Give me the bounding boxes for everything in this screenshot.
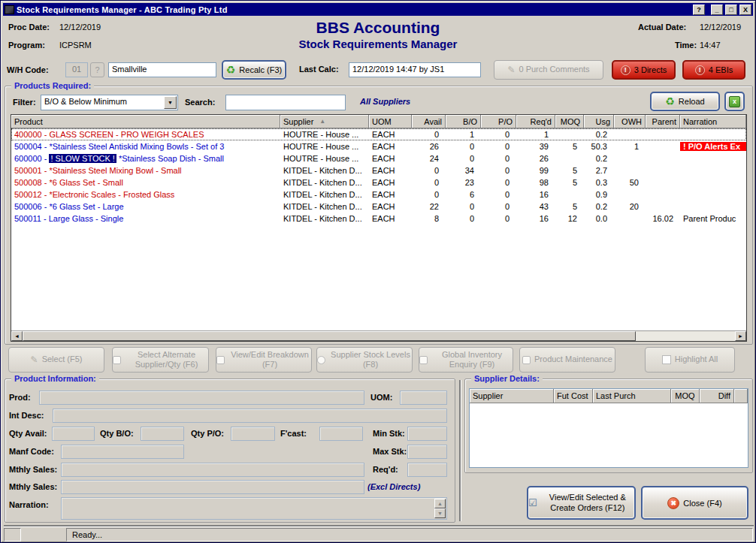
maximize-button[interactable]: □ (725, 5, 737, 15)
view-edit-create-orders-button[interactable]: ☑ View/Edit Selected & Create Orders (F1… (527, 486, 636, 520)
slow-stock-flag: ! SLOW STOCK ! (49, 154, 116, 163)
scrollbar-thumb[interactable] (23, 331, 636, 341)
grid-cell-po: 0 (481, 202, 516, 211)
recycle-icon: ♻ (226, 65, 236, 75)
qty-po-label: Qty P/O: (191, 429, 224, 438)
manf-code-label: Manf Code: (9, 447, 54, 456)
grid-cell-po: 0 (481, 142, 516, 151)
scrollbar-track[interactable] (636, 331, 735, 341)
grid-row[interactable]: 500004 - *Stainless Steel Antiskid Mixin… (11, 140, 746, 152)
supplier-header-filler (734, 389, 748, 403)
supplier-header-supplier[interactable]: Supplier (470, 389, 554, 403)
grid-cell-avail: 8 (412, 214, 446, 223)
grid-cell-moq: 5 (555, 178, 584, 187)
ebis-button[interactable]: ! 4 EBIs (682, 60, 745, 80)
directs-button[interactable]: ! 3 Directs (612, 60, 676, 80)
manf-code-field (61, 445, 184, 459)
grid-cell-supplier: HOUTRE - House ... (280, 130, 369, 139)
supplier-details-grid: SupplierFut CostLast PurchMOQDiff (469, 388, 748, 468)
grid-cell-bo: 1 (446, 130, 481, 139)
grid-header-usg[interactable]: Usg (584, 115, 614, 128)
grid-header-avail[interactable]: Avail (412, 115, 446, 128)
checklist-icon: ☑ (528, 497, 537, 508)
product-maintenance-icon (522, 356, 531, 364)
products-required-group: Products Required: Filter: B/O & Below M… (5, 86, 753, 345)
max-stk-field (407, 445, 447, 459)
grid-cell-avail: 0 (412, 166, 446, 175)
grid-header-po[interactable]: P/O (481, 115, 516, 128)
status-divider (4, 525, 754, 526)
export-excel-button[interactable]: x (724, 92, 745, 111)
scroll-right-icon[interactable]: ► (735, 331, 746, 341)
mthly-sales-field (61, 463, 364, 477)
alert-icon: ! (695, 65, 705, 75)
grid-cell-bo: 0 (446, 202, 481, 211)
grid-row[interactable]: 400000 - GLASS SCREEN - PRO WEIGH SCALES… (11, 128, 746, 140)
supplier-header-last-purch[interactable]: Last Purch (593, 389, 671, 403)
grid-cell-uom: EACH (369, 178, 412, 187)
grid-header-narration[interactable]: Narration (680, 115, 746, 128)
scroll-left-icon[interactable]: ◄ (11, 331, 23, 341)
select-alternate-button: Select Alternate Supplier/Qty (F6) (112, 347, 209, 373)
reqd-field (407, 463, 447, 477)
supplier-header-moq[interactable]: MOQ (671, 389, 700, 403)
grid-row[interactable]: 500001 - *Stainless Steel Mixing Bowl - … (11, 164, 746, 176)
recalc-button[interactable]: ♻ Recalc (F3) (222, 60, 286, 80)
grid-cell-usg: 0.0 (584, 214, 614, 223)
reload-button[interactable]: ♻ Reload (650, 92, 720, 111)
grid-row[interactable]: 500012 - *Electronic Scales - Frosted Gl… (11, 189, 746, 201)
grid-cell-po: 0 (481, 214, 516, 223)
grid-header-supplier[interactable]: Supplier▲ (280, 115, 369, 128)
grid-cell-product: 500001 - *Stainless Steel Mixing Bowl - … (11, 166, 280, 175)
grid-cell-reqd: 39 (516, 142, 555, 151)
grid-cell-uom: EACH (369, 166, 412, 175)
grid-header-moq[interactable]: MOQ (555, 115, 584, 128)
grid-cell-reqd: 26 (516, 154, 555, 163)
scroll-up-icon: ▲ (434, 499, 446, 508)
minimize-button[interactable]: _ (711, 5, 723, 15)
grid-cell-moq: 5 (555, 142, 584, 151)
grid-header-reqd[interactable]: Req'd (516, 115, 555, 128)
grid-header-owh[interactable]: OWH (614, 115, 646, 128)
prod-field (39, 391, 364, 405)
grid-cell-uom: EACH (369, 154, 412, 163)
grid-row[interactable]: 600000 - ! SLOW STOCK ! *Stainless Soap … (11, 152, 746, 164)
grid-cell-uom: EACH (369, 190, 412, 199)
help-button[interactable]: ? (693, 5, 705, 15)
grid-cell-avail: 0 (412, 178, 446, 187)
supplier-stock-levels-button: Supplier Stock Levels (F8) (316, 347, 413, 373)
narration-field: ▲ ▼ (61, 497, 447, 520)
chevron-down-icon[interactable]: ▼ (164, 96, 177, 109)
close-button[interactable]: ✖ Close (F4) (641, 486, 748, 520)
grid-row[interactable]: 500006 - *6 Glass Set - LargeKITDEL - Ki… (11, 201, 746, 213)
global-inventory-enquiry-icon (419, 356, 428, 364)
grid-header-product[interactable]: Product (11, 115, 280, 128)
scroll-down-icon: ▼ (434, 508, 446, 518)
grid-header-parent[interactable]: Parent (646, 115, 680, 128)
grid-cell-product: 600000 - ! SLOW STOCK ! *Stainless Soap … (11, 154, 280, 163)
grid-cell-moq: 12 (555, 214, 584, 223)
grid-cell-uom: EACH (369, 142, 412, 151)
supplier-grid-header: SupplierFut CostLast PurchMOQDiff (470, 389, 748, 403)
excel-icon: x (729, 96, 740, 107)
wh-name-field[interactable]: Smallville (108, 62, 216, 77)
products-grid: ProductSupplier▲UOMAvailB/OP/OReq'dMOQUs… (11, 114, 747, 342)
grid-header: ProductSupplier▲UOMAvailB/OP/OReq'dMOQUs… (11, 115, 746, 128)
status-bar: Ready... (66, 528, 753, 541)
search-input[interactable] (225, 95, 346, 110)
narration-scrollbar: ▲ ▼ (434, 499, 446, 518)
grid-cell-narration: Parent Produc (680, 214, 746, 223)
product-information-group: Product Information: Prod: UOM: Int Desc… (5, 379, 455, 523)
grid-cell-avail: 0 (412, 190, 446, 199)
supplier-header-fut-cost[interactable]: Fut Cost (554, 389, 593, 403)
filter-dropdown[interactable]: B/O & Below Minimum ▼ (41, 95, 178, 110)
grid-row[interactable]: 500011 - Large Glass - SingleKITDEL - Ki… (11, 213, 746, 225)
grid-row[interactable]: 500008 - *6 Glass Set - SmallKITDEL - Ki… (11, 176, 746, 189)
grid-cell-avail: 24 (412, 154, 446, 163)
grid-header-bo[interactable]: B/O (446, 115, 481, 128)
min-stk-label: Min Stk: (373, 429, 405, 438)
grid-header-uom[interactable]: UOM (369, 115, 412, 128)
supplier-header-diff[interactable]: Diff (700, 389, 734, 403)
close-window-button[interactable]: X (739, 5, 751, 15)
fcast-label: F'cast: (280, 429, 307, 438)
